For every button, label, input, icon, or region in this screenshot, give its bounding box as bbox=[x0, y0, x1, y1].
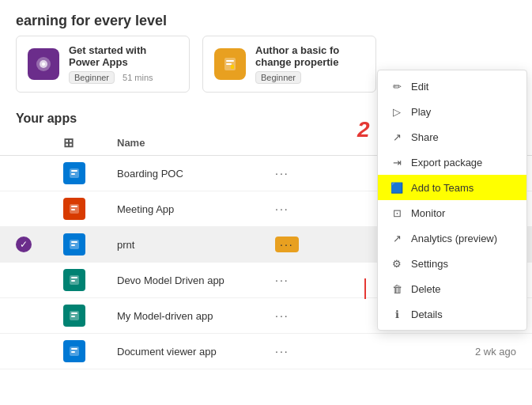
row-check-cell bbox=[0, 156, 47, 191]
menu-item[interactable]: ⚙Settings bbox=[378, 251, 526, 276]
checked-icon: ✓ bbox=[16, 237, 32, 252]
row-name-cell: prnt bbox=[101, 227, 259, 263]
menu-item[interactable]: ▷Play bbox=[378, 99, 526, 124]
app-icon bbox=[63, 198, 85, 220]
card-powerapps-info: Get started with Power Apps Beginner 51 … bbox=[69, 44, 178, 84]
card-powerapps[interactable]: Get started with Power Apps Beginner 51 … bbox=[16, 36, 190, 93]
row-name-cell: Boarding POC bbox=[101, 156, 259, 191]
dots-button[interactable]: ··· bbox=[275, 345, 289, 358]
menu-item-label: Analytics (preview) bbox=[411, 233, 497, 244]
menu-item-icon: ⚙ bbox=[391, 257, 403, 270]
card-icon-powerapps bbox=[28, 48, 59, 80]
row-icon-cell bbox=[47, 334, 101, 369]
menu-item[interactable]: ✏Edit bbox=[378, 74, 526, 99]
row-check-cell bbox=[0, 191, 47, 227]
card-author-title: Author a basic fo change propertie bbox=[255, 44, 364, 68]
menu-item-label: Monitor bbox=[411, 207, 445, 219]
row-check-cell bbox=[0, 263, 47, 298]
card-powerapps-badge-row: Beginner 51 mins bbox=[69, 71, 178, 84]
dots-button[interactable]: ··· bbox=[275, 202, 289, 215]
row-name-cell: Meeting App bbox=[101, 191, 259, 227]
annotation-number: 2 bbox=[357, 117, 370, 142]
menu-item-label: Edit bbox=[411, 81, 428, 93]
col-name-header: Name bbox=[101, 131, 259, 156]
row-check-cell bbox=[0, 298, 47, 334]
context-menu: ✏Edit▷Play↗Share⇥Export package🟦Add to T… bbox=[377, 70, 527, 331]
menu-item[interactable]: ↗Analytics (preview) bbox=[378, 225, 526, 251]
menu-item-icon: ▷ bbox=[391, 105, 403, 118]
menu-item-label: Export package bbox=[411, 157, 482, 168]
menu-item-icon: 🗑 bbox=[391, 282, 403, 295]
menu-item-icon: 🟦 bbox=[391, 181, 403, 194]
grid-icon: ⊞ bbox=[63, 136, 74, 150]
card-powerapps-duration: 51 mins bbox=[123, 73, 153, 82]
row-dots-cell[interactable]: ··· bbox=[259, 191, 377, 227]
svg-rect-4 bbox=[226, 60, 234, 62]
row-icon-cell bbox=[47, 156, 101, 191]
card-author-badge-row: Beginner bbox=[255, 71, 364, 84]
svg-rect-20 bbox=[71, 312, 77, 314]
menu-item[interactable]: 🟦Add to Teams bbox=[378, 175, 526, 200]
col-check bbox=[0, 131, 47, 156]
app-icon bbox=[63, 305, 85, 327]
row-icon-cell bbox=[47, 227, 101, 263]
row-name-cell: Devo Model Driven app bbox=[101, 263, 259, 298]
menu-item-label: Share bbox=[411, 131, 439, 143]
menu-item-icon: ↗ bbox=[391, 232, 403, 244]
header-title: earning for every level bbox=[16, 13, 167, 28]
card-author-badge: Beginner bbox=[255, 71, 301, 84]
card-powerapps-badge: Beginner bbox=[69, 71, 115, 84]
menu-item-icon: ⇥ bbox=[391, 156, 403, 168]
svg-rect-9 bbox=[71, 173, 75, 175]
svg-rect-12 bbox=[71, 209, 75, 210]
svg-rect-17 bbox=[71, 277, 77, 278]
page-header: earning for every level bbox=[0, 0, 532, 36]
card-icon-author bbox=[214, 48, 246, 80]
svg-rect-5 bbox=[226, 63, 232, 65]
menu-item-label: Details bbox=[411, 308, 443, 320]
red-line-indicator bbox=[364, 278, 366, 299]
menu-item-icon: ℹ bbox=[391, 308, 403, 320]
card-author-info: Author a basic fo change propertie Begin… bbox=[255, 44, 364, 84]
menu-item-label: Add to Teams bbox=[411, 182, 474, 194]
row-dots-cell[interactable]: ··· bbox=[259, 298, 377, 334]
menu-item[interactable]: 🗑Delete bbox=[378, 276, 526, 301]
row-dots-cell[interactable]: ··· bbox=[259, 156, 377, 191]
menu-item-icon: ↗ bbox=[391, 131, 403, 143]
row-time-cell: 2 wk ago bbox=[377, 334, 532, 369]
row-check-cell: ✓ bbox=[0, 227, 47, 263]
menu-item[interactable]: ⇥Export package bbox=[378, 150, 526, 175]
svg-rect-24 bbox=[71, 351, 75, 353]
row-icon-cell bbox=[47, 263, 101, 298]
svg-rect-18 bbox=[71, 280, 75, 282]
svg-rect-23 bbox=[71, 348, 77, 350]
menu-item[interactable]: ℹDetails bbox=[378, 301, 526, 327]
menu-item[interactable]: ↗Share bbox=[378, 124, 526, 150]
row-icon-cell bbox=[47, 191, 101, 227]
card-author[interactable]: Author a basic fo change propertie Begin… bbox=[202, 36, 376, 93]
dots-button[interactable]: ··· bbox=[275, 274, 289, 286]
menu-item-label: Play bbox=[411, 106, 431, 118]
menu-item-label: Delete bbox=[411, 283, 441, 295]
dots-button[interactable]: ··· bbox=[275, 167, 289, 180]
row-check-cell bbox=[0, 334, 47, 369]
svg-rect-21 bbox=[71, 316, 75, 317]
menu-item[interactable]: ⊡Monitor bbox=[378, 200, 526, 225]
dots-button[interactable]: ··· bbox=[275, 309, 289, 322]
menu-item-icon: ⊡ bbox=[391, 206, 403, 219]
row-name-cell: Document viewer app bbox=[101, 334, 259, 369]
app-icon bbox=[63, 162, 85, 184]
row-dots-cell[interactable]: ··· bbox=[259, 334, 377, 369]
svg-rect-11 bbox=[71, 206, 77, 207]
card-powerapps-title: Get started with Power Apps bbox=[69, 44, 178, 68]
menu-item-icon: ✏ bbox=[391, 80, 403, 93]
dots-button[interactable]: ··· bbox=[275, 237, 299, 252]
row-icon-cell bbox=[47, 298, 101, 334]
row-name-cell: My Model-driven app bbox=[101, 298, 259, 334]
app-icon bbox=[63, 233, 85, 255]
row-dots-cell[interactable]: ··· bbox=[259, 227, 377, 263]
app-icon bbox=[63, 269, 85, 291]
table-row: Document viewer app···2 wk ago bbox=[0, 334, 532, 369]
row-dots-cell[interactable]: ··· bbox=[259, 263, 377, 298]
menu-item-label: Settings bbox=[411, 258, 448, 270]
